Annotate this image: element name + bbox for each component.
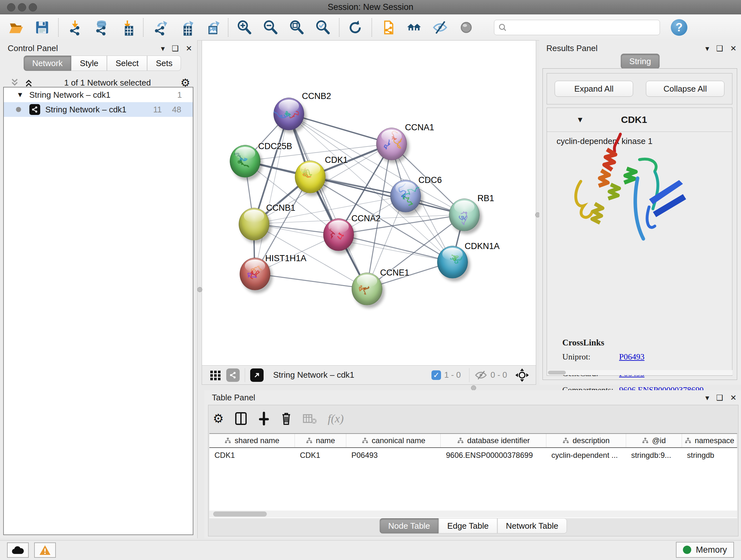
search-box[interactable]: [494, 20, 660, 35]
column-header-at-id[interactable]: @id: [626, 434, 682, 447]
tab-network[interactable]: Network: [23, 56, 71, 71]
collapse-all-chevrons-icon[interactable]: [9, 77, 20, 88]
grid-view-icon[interactable]: [209, 369, 222, 381]
network-view[interactable]: CCNB2CCNA1CDC25BCDK1CDC6RB1CCNB1CCNA2CDK…: [202, 40, 536, 385]
help-button[interactable]: ?: [671, 19, 687, 36]
node-label-ccna2: CCNA2: [351, 213, 381, 224]
node-label-cdk1: CDK1: [325, 155, 348, 165]
table-options-gear-icon[interactable]: ⚙: [213, 412, 224, 426]
tab-network-table[interactable]: Network Table: [497, 518, 567, 534]
panel-menu-icon[interactable]: ▾: [161, 44, 165, 53]
float-panel-icon[interactable]: ❑: [716, 44, 723, 53]
collection-row[interactable]: ▼ String Network – cdk1 1: [4, 87, 193, 102]
string-view-icon[interactable]: [226, 368, 240, 382]
hide-selected-eye-icon[interactable]: [431, 18, 449, 37]
network-node-ccnb1[interactable]: [239, 208, 269, 240]
save-session-icon[interactable]: [33, 18, 51, 37]
panel-menu-icon[interactable]: ▾: [705, 393, 709, 402]
table-row[interactable]: CDK1CDK1P064939606.ENSP00000378699cyclin…: [209, 448, 737, 462]
network-row[interactable]: String Network – cdk1 11 48: [4, 102, 193, 117]
collapse-triangle-icon[interactable]: ▼: [576, 115, 584, 124]
protein-card-header[interactable]: ▼ CDK1: [547, 108, 732, 132]
zoom-in-icon[interactable]: [235, 18, 253, 37]
open-external-view-icon[interactable]: [250, 368, 264, 382]
add-column-icon[interactable]: [258, 412, 270, 426]
column-header-name[interactable]: name: [295, 434, 346, 447]
toolbar-group: [340, 18, 372, 37]
table-horizontal-scrollbar[interactable]: [209, 510, 737, 517]
left-splitter-handle[interactable]: [197, 287, 202, 292]
toolbar-group: [228, 18, 339, 37]
node-gloss: [300, 163, 320, 175]
tab-node-table[interactable]: Node Table: [380, 518, 439, 534]
network-node-ccna2[interactable]: [323, 219, 354, 251]
node-gloss: [279, 100, 299, 112]
home-network-icon[interactable]: [405, 18, 423, 37]
show-columns-icon[interactable]: [234, 412, 247, 426]
network-edge[interactable]: [288, 114, 391, 144]
column-header-database-identifier[interactable]: database identifier: [441, 434, 546, 447]
tab-sets[interactable]: Sets: [147, 56, 181, 71]
table-cell: stringdb:9...: [626, 451, 682, 460]
string-network-icon: [29, 104, 40, 115]
close-panel-icon[interactable]: ✕: [730, 393, 737, 402]
network-node-ccnb2[interactable]: [273, 98, 304, 130]
column-header-shared-name[interactable]: shared name: [209, 434, 295, 447]
expand-all-button[interactable]: Expand All: [555, 81, 633, 97]
tab-select[interactable]: Select: [107, 56, 147, 71]
tab-style[interactable]: Style: [71, 56, 107, 71]
export-network-icon[interactable]: [151, 18, 169, 37]
zoom-selected-icon[interactable]: [314, 18, 332, 37]
network-edge[interactable]: [338, 234, 452, 262]
delete-column-trash-icon[interactable]: [280, 412, 292, 426]
column-header-canonical-name[interactable]: canonical name: [346, 434, 441, 447]
expand-all-chevrons-icon[interactable]: [23, 77, 35, 88]
export-table-icon[interactable]: [177, 18, 195, 37]
collapse-all-button[interactable]: Collapse All: [646, 81, 724, 97]
scrollbar-thumb[interactable]: [213, 511, 267, 516]
crosslink-link[interactable]: P06493: [619, 352, 644, 361]
export-image-icon[interactable]: [203, 18, 221, 37]
refresh-icon[interactable]: [347, 18, 364, 37]
network-node-ccne1[interactable]: [352, 273, 382, 305]
close-panel-icon[interactable]: ✕: [730, 44, 737, 53]
import-table-file-icon[interactable]: [118, 18, 136, 37]
network-node-cdc6[interactable]: [390, 180, 421, 212]
network-edge[interactable]: [255, 273, 367, 289]
cloud-icon: [11, 546, 24, 555]
memory-button[interactable]: Memory: [676, 542, 734, 558]
float-panel-icon[interactable]: ❑: [172, 44, 179, 53]
network-node-cdc25b[interactable]: [230, 145, 260, 178]
node-label-cdc6: CDC6: [418, 175, 442, 185]
scrollbar-thumb[interactable]: [548, 371, 566, 374]
string-import-icon[interactable]: [379, 18, 397, 37]
selected-nodes-checkbox[interactable]: ✓: [431, 370, 441, 380]
presentation-eye-icon[interactable]: [458, 18, 475, 37]
network-node-cdk1[interactable]: [295, 161, 326, 193]
column-header-namespace[interactable]: namespace: [682, 434, 737, 447]
panel-menu-icon[interactable]: ▾: [705, 44, 709, 53]
zoom-out-icon[interactable]: [262, 18, 280, 37]
bottom-splitter-handle[interactable]: [471, 385, 476, 390]
network-node-cdkn1a[interactable]: [437, 246, 468, 278]
results-horizontal-scrollbar[interactable]: [547, 370, 732, 375]
network-edge[interactable]: [255, 114, 288, 273]
import-network-database-icon[interactable]: [92, 18, 110, 37]
search-input[interactable]: [507, 23, 656, 32]
import-network-file-icon[interactable]: [66, 18, 84, 37]
results-panel: Results Panel ▾ ❑ ✕ String Expand All Co…: [539, 40, 741, 385]
float-panel-icon[interactable]: ❑: [716, 393, 723, 402]
table-tabs: Node TableEdge TableNetwork Table: [380, 518, 567, 534]
cloud-button[interactable]: [7, 543, 29, 558]
column-header-description[interactable]: description: [546, 434, 626, 447]
zoom-fit-icon[interactable]: [288, 18, 306, 37]
close-panel-icon[interactable]: ✕: [186, 44, 192, 53]
tab-string[interactable]: String: [621, 54, 660, 69]
warning-button[interactable]: [34, 543, 56, 558]
tab-edge-table[interactable]: Edge Table: [439, 518, 497, 534]
network-node-rb1[interactable]: [449, 199, 480, 231]
open-session-icon[interactable]: [7, 18, 25, 37]
network-node-ccna1[interactable]: [376, 128, 407, 160]
birds-eye-view-icon[interactable]: [515, 368, 529, 382]
collapse-triangle-icon[interactable]: ▼: [17, 91, 23, 99]
